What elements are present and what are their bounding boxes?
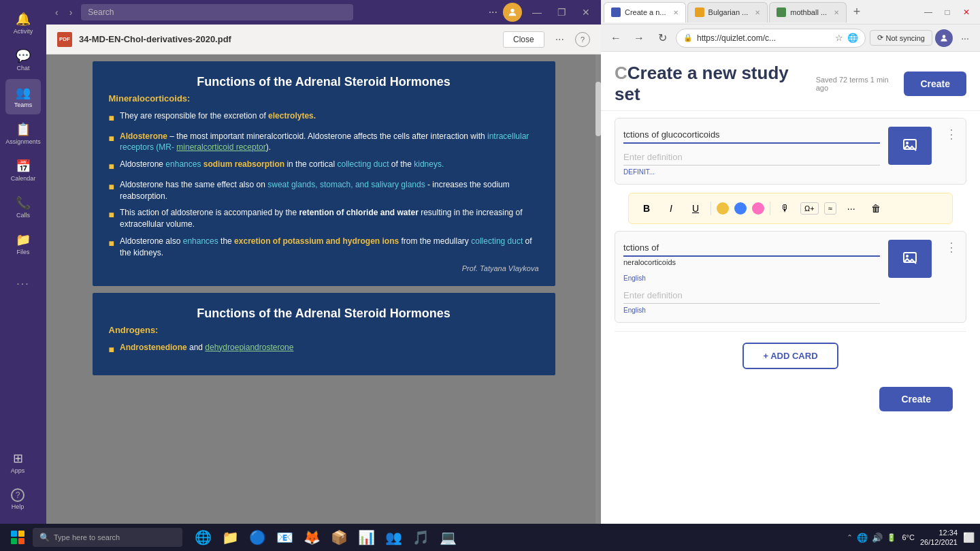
pdf-help-icon[interactable]: ? — [575, 32, 590, 47]
slide-item-5: ■ This action of aldosterone is accompan… — [109, 207, 539, 230]
pdf-scrollbar-thumb[interactable] — [595, 82, 601, 136]
taskbar-time-display: 12:34 — [920, 528, 958, 537]
delete-card-button[interactable]: 🗑 — [866, 199, 885, 218]
sidebar-item-more[interactable]: ··· — [5, 267, 41, 302]
close-button[interactable]: ✕ — [576, 5, 595, 19]
card-1-image[interactable] — [888, 127, 932, 165]
browser-forward-button[interactable]: → — [630, 29, 649, 48]
browser-more-button[interactable]: ··· — [956, 29, 975, 48]
taskbar-app-teams[interactable]: 👥 — [381, 525, 406, 550]
create-button[interactable]: Create — [904, 72, 966, 96]
minimize-button[interactable]: — — [527, 5, 546, 19]
more-format-button[interactable]: ··· — [842, 199, 861, 218]
browser-refresh-button[interactable]: ↻ — [653, 29, 672, 48]
taskbar-datetime[interactable]: 12:34 26/12/2021 — [920, 528, 958, 548]
taskbar-network-icon[interactable]: 🌐 — [857, 533, 868, 543]
browser-tab-1[interactable]: Create a n... ✕ — [604, 2, 686, 22]
color-pink-button[interactable] — [752, 202, 764, 215]
special-1-button[interactable]: Ω+ — [800, 202, 819, 215]
assignments-label: Assignments — [5, 138, 41, 145]
teams-search-input[interactable] — [81, 4, 353, 20]
sidebar-item-apps[interactable]: ⊞ Apps — [0, 445, 35, 480]
saved-indicator: Saved 72 terms 1 min ago — [816, 76, 896, 92]
tab-2-label: Bulgarian ... — [708, 8, 749, 16]
taskbar-app-dropbox[interactable]: 📦 — [327, 525, 351, 550]
card-1-more-icon[interactable]: ⋮ — [945, 127, 958, 142]
sidebar-item-assignments[interactable]: 📋 Assignments — [5, 116, 41, 151]
bottom-create-button[interactable]: Create — [879, 387, 953, 411]
slide-item-2: ■ Aldosterone – the most important miner… — [109, 131, 539, 154]
color-yellow-button[interactable] — [717, 202, 729, 215]
pdf-file-icon: PDF — [57, 32, 72, 47]
new-tab-button[interactable]: + — [848, 3, 866, 21]
pdf-slide-2: Functions of the Adrenal Steroid Hormone… — [93, 293, 555, 376]
start-button[interactable] — [5, 525, 30, 550]
tab-2-close-icon[interactable]: ✕ — [755, 9, 760, 16]
browser-maximize-button[interactable]: □ — [939, 5, 956, 19]
sidebar-item-files[interactable]: 📁 Files — [5, 226, 41, 262]
address-bar-input[interactable] — [697, 33, 831, 43]
tab-1-close-icon[interactable]: ✕ — [673, 9, 679, 16]
address-bar-container: 🔒 ☆ 🌐 — [676, 29, 866, 48]
taskbar-app-files[interactable]: 📁 — [218, 525, 242, 550]
calendar-icon: 📅 — [16, 159, 31, 174]
forward-button[interactable]: › — [66, 5, 76, 19]
audio-button[interactable]: 🎙 — [776, 199, 795, 218]
card-2-def-input[interactable] — [623, 287, 880, 304]
browser-extension-icon[interactable]: 🌐 — [847, 33, 858, 43]
sync-button[interactable]: ⟳ Not syncing — [870, 30, 932, 46]
sidebar-item-calendar[interactable]: 📅 Calendar — [5, 153, 41, 188]
taskbar-app-firefox[interactable]: 🦊 — [299, 525, 324, 550]
sidebar-item-calls[interactable]: 📞 Calls — [5, 189, 41, 225]
taskbar-app-pc[interactable]: 💻 — [436, 525, 460, 550]
lock-icon: 🔒 — [683, 33, 693, 42]
card-2-term-lang: English — [623, 274, 880, 282]
tab-3-favicon — [777, 7, 786, 17]
card-1-def-input[interactable] — [623, 149, 880, 166]
color-blue-button[interactable] — [734, 202, 747, 215]
taskbar-notification-icon[interactable]: ⬜ — [963, 532, 975, 543]
sidebar-item-help[interactable]: ? Help — [0, 482, 35, 517]
add-card-button[interactable]: + ADD CARD — [742, 343, 838, 369]
chat-icon: 💬 — [16, 48, 31, 63]
underline-button[interactable]: U — [686, 199, 705, 218]
back-button[interactable]: ‹ — [52, 5, 62, 19]
browser-tab-2[interactable]: Bulgarian ... ✕ — [687, 2, 768, 22]
taskbar-app-music[interactable]: 🎵 — [408, 525, 433, 550]
browser-tab-3[interactable]: mothball ... ✕ — [769, 2, 847, 22]
sidebar-item-chat[interactable]: 💬 Chat — [5, 42, 41, 78]
browser-close-button[interactable]: ✕ — [958, 5, 975, 19]
maximize-button[interactable]: ❐ — [552, 5, 571, 19]
card-2-image[interactable] — [888, 240, 932, 278]
browser-minimize-button[interactable]: — — [920, 5, 936, 19]
user-avatar[interactable] — [503, 3, 522, 22]
taskbar-volume-icon[interactable]: 🔊 — [872, 533, 883, 543]
card-1-term-input[interactable] — [623, 127, 880, 144]
taskbar-browser-icon: 🌐 — [195, 529, 212, 546]
taskbar-app-browser[interactable]: 🌐 — [191, 525, 215, 550]
special-2-button[interactable]: ≈ — [824, 202, 836, 215]
card-2-more-icon[interactable]: ⋮ — [945, 240, 958, 255]
taskbar-app-mail[interactable]: 📧 — [272, 525, 297, 550]
chat-label: Chat — [16, 65, 29, 72]
taskbar-app-excel[interactable]: 📊 — [354, 525, 378, 550]
bookmark-icon[interactable]: ☆ — [835, 33, 843, 43]
taskbar-edge-icon: 🔵 — [249, 529, 266, 546]
bottom-create-area: Create — [615, 380, 966, 418]
bold-button[interactable]: B — [637, 199, 656, 218]
italic-button[interactable]: I — [662, 199, 681, 218]
taskbar-app-edge[interactable]: 🔵 — [245, 525, 270, 550]
pdf-scrollbar[interactable] — [595, 54, 601, 551]
sidebar-item-teams[interactable]: 👥 Teams — [5, 79, 41, 114]
taskbar-chevron-icon[interactable]: ⌃ — [847, 533, 853, 542]
pdf-close-button[interactable]: Close — [503, 31, 544, 48]
tab-3-close-icon[interactable]: ✕ — [834, 9, 839, 16]
taskbar-search-input[interactable] — [54, 533, 148, 541]
taskbar-search-bar[interactable]: 🔍 — [33, 528, 182, 547]
titlebar-more-icon[interactable]: ··· — [489, 6, 497, 18]
pdf-more-icon[interactable]: ··· — [551, 31, 568, 48]
card-2-term-input[interactable] — [623, 240, 880, 257]
browser-profile-icon[interactable] — [935, 29, 953, 47]
sidebar-item-activity[interactable]: 🔔 Activity — [5, 5, 41, 41]
browser-back-button[interactable]: ← — [606, 29, 625, 48]
